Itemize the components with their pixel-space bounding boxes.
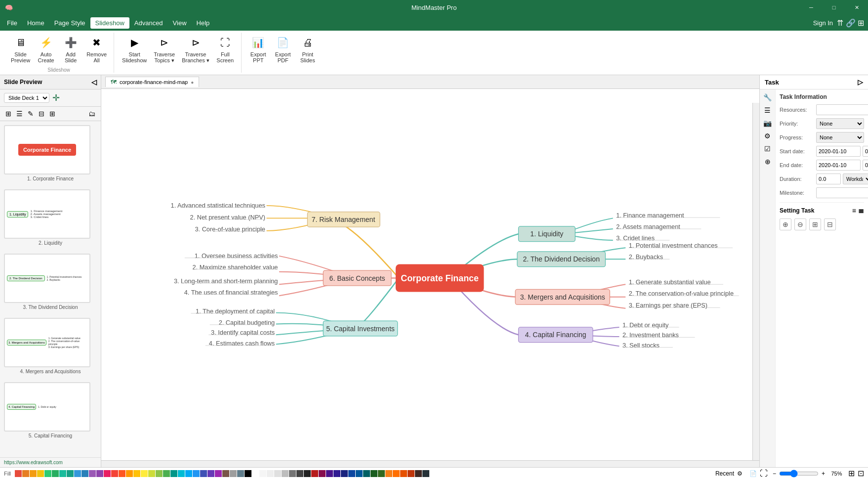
slide-tool-5[interactable]: ⊞ xyxy=(48,109,57,119)
color-swatch[interactable] xyxy=(408,470,414,477)
color-swatch[interactable] xyxy=(207,470,214,477)
color-swatch[interactable] xyxy=(111,470,118,477)
progress-select[interactable]: None xyxy=(816,132,864,143)
color-swatch[interactable] xyxy=(89,470,96,477)
menu-help[interactable]: Help xyxy=(192,17,215,29)
menu-pagestyle[interactable]: Page Style xyxy=(49,17,90,29)
slide-deck-select[interactable]: Slide Deck 1 xyxy=(4,93,49,103)
slide-item-3[interactable]: 2. The Dividend Decision 1. Potential in… xyxy=(4,254,97,310)
color-swatch[interactable] xyxy=(52,470,59,477)
color-swatch[interactable] xyxy=(319,470,326,477)
color-swatch[interactable] xyxy=(371,470,377,477)
priority-select[interactable]: None xyxy=(816,118,864,129)
color-swatch[interactable] xyxy=(74,470,81,477)
fit-page-button[interactable]: ⊞ xyxy=(848,469,855,478)
color-swatch[interactable] xyxy=(326,470,333,477)
color-swatch[interactable] xyxy=(245,470,251,477)
color-swatch[interactable] xyxy=(178,470,185,477)
color-swatch[interactable] xyxy=(200,470,207,477)
canvas-hscroll[interactable] xyxy=(101,460,759,467)
color-swatch[interactable] xyxy=(289,470,296,477)
color-swatch[interactable] xyxy=(44,470,51,477)
zoom-out-button[interactable]: − xyxy=(773,470,776,477)
end-time-input[interactable] xyxy=(863,160,868,171)
menu-view[interactable]: View xyxy=(168,17,192,29)
zoom-slider[interactable] xyxy=(779,470,819,478)
signin-button[interactable]: Sign In xyxy=(813,19,833,27)
slide-item-1[interactable]: Corporate Finance 1. Corporate Finance xyxy=(4,125,97,181)
color-swatch[interactable] xyxy=(222,470,229,477)
menu-file[interactable]: File xyxy=(2,17,22,29)
color-swatch[interactable] xyxy=(193,470,200,477)
color-swatch[interactable] xyxy=(141,470,148,477)
setting-btn-layout[interactable]: ⊟ xyxy=(824,218,836,230)
start-time-input[interactable] xyxy=(863,146,868,157)
setting-icon-align[interactable]: ≡ xyxy=(852,207,856,215)
task-icon-list[interactable]: ☰ xyxy=(764,106,771,114)
setting-btn-add[interactable]: ⊕ xyxy=(780,218,791,230)
task-icon-gear[interactable]: ⚙ xyxy=(764,132,771,140)
color-swatch[interactable] xyxy=(296,470,303,477)
color-swatch[interactable] xyxy=(170,470,177,477)
color-swatch[interactable] xyxy=(274,470,281,477)
color-swatch[interactable] xyxy=(304,470,311,477)
traverse-topics-button[interactable]: ⊳ TraverseTopics ▾ xyxy=(151,33,178,66)
color-swatch[interactable] xyxy=(230,470,237,477)
color-swatch[interactable] xyxy=(22,470,29,477)
export-pdf-button[interactable]: 📄 ExportPDF xyxy=(271,33,295,65)
zoom-in-button[interactable]: + xyxy=(822,470,825,477)
color-swatch[interactable] xyxy=(96,470,103,477)
menu-advanced[interactable]: Advanced xyxy=(129,17,168,29)
task-icon-camera[interactable]: 📷 xyxy=(763,119,772,127)
settings-icon[interactable]: ⚙ xyxy=(737,470,743,477)
resources-input[interactable] xyxy=(816,104,868,115)
slide-item-2[interactable]: 1. Liquidity 1. Finance management 2. As… xyxy=(4,189,97,246)
traverse-branches-button[interactable]: ⊳ TraverseBranches ▾ xyxy=(179,33,212,66)
task-icon-plus-circle[interactable]: ⊕ xyxy=(765,158,771,166)
color-swatch[interactable] xyxy=(163,470,170,477)
color-swatch[interactable] xyxy=(348,470,355,477)
color-swatch[interactable] xyxy=(148,470,155,477)
slide-panel-collapse[interactable]: ◁ xyxy=(91,78,97,86)
canvas-tab-item[interactable]: 🗺 corporate-finance-mind-map ● xyxy=(105,77,199,87)
slide-tool-4[interactable]: ⊟ xyxy=(37,109,46,119)
color-swatch[interactable] xyxy=(237,470,244,477)
color-swatch[interactable] xyxy=(400,470,407,477)
color-swatch[interactable] xyxy=(215,470,222,477)
color-swatch[interactable] xyxy=(119,470,125,477)
color-swatch[interactable] xyxy=(333,470,340,477)
color-swatch[interactable] xyxy=(356,470,363,477)
color-swatch[interactable] xyxy=(104,470,111,477)
color-swatch[interactable] xyxy=(282,470,289,477)
color-swatch[interactable] xyxy=(15,470,22,477)
color-swatch[interactable] xyxy=(30,470,37,477)
duration-unit-select[interactable]: Workda xyxy=(843,174,868,184)
start-slideshow-button[interactable]: ▶ StartSlideshow xyxy=(119,33,150,65)
slide-item-5[interactable]: 4. Capital Financing 1. Debt or equity 5… xyxy=(4,382,97,438)
slide-item-4[interactable]: 3. Mergers and Acquisitions 1. Generate … xyxy=(4,318,97,374)
mind-map-canvas[interactable]: Corporate Finance 7. Risk Management 6. … xyxy=(101,89,759,467)
color-swatch[interactable] xyxy=(341,470,348,477)
slide-tool-3[interactable]: ✎ xyxy=(26,109,35,119)
color-swatch[interactable] xyxy=(385,470,392,477)
color-swatch[interactable] xyxy=(67,470,74,477)
menu-home[interactable]: Home xyxy=(22,17,49,29)
menu-slideshow[interactable]: Slideshow xyxy=(90,17,129,29)
close-button[interactable]: ✕ xyxy=(845,0,868,15)
color-swatch[interactable] xyxy=(311,470,318,477)
start-date-input[interactable] xyxy=(816,146,861,157)
color-swatch[interactable] xyxy=(259,470,266,477)
slide-preview-button[interactable]: 🖥 SlidePreview xyxy=(8,33,33,65)
setting-icon-list[interactable]: ≣ xyxy=(858,207,864,215)
minimize-button[interactable]: ─ xyxy=(800,0,823,15)
slide-tool-1[interactable]: ⊞ xyxy=(4,109,13,119)
color-swatch[interactable] xyxy=(37,470,44,477)
milestone-input[interactable] xyxy=(816,187,868,198)
setting-btn-grid[interactable]: ⊞ xyxy=(809,218,821,230)
color-swatch[interactable] xyxy=(422,470,429,477)
setting-btn-remove[interactable]: ⊖ xyxy=(794,218,806,230)
maximize-button[interactable]: □ xyxy=(823,0,845,15)
print-slides-button[interactable]: 🖨 PrintSlides xyxy=(296,33,320,65)
color-swatch[interactable] xyxy=(252,470,259,477)
task-panel-collapse[interactable]: ▷ xyxy=(858,78,863,86)
